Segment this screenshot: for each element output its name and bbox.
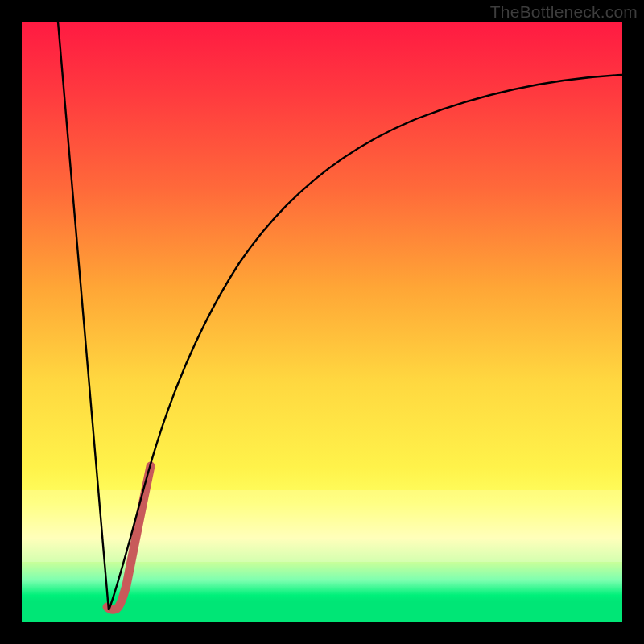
curve-layer [22,22,622,622]
chart-frame: TheBottleneck.com [0,0,644,644]
watermark-text: TheBottleneck.com [490,2,638,22]
bottleneck-curve [109,75,622,610]
left-descending-line [58,22,109,610]
plot-area [22,22,622,622]
